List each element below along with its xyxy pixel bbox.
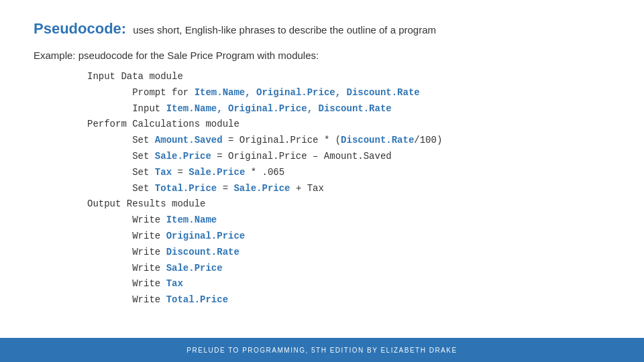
page-container: Pseudocode: uses short, English-like phr… xyxy=(0,0,644,362)
code-line: Write Discount.Rate xyxy=(87,245,610,261)
code-line: Output Results module xyxy=(87,196,610,213)
code-line: Write Tax xyxy=(87,276,610,292)
example-label: Example: pseudocode for the Sale Price P… xyxy=(34,50,610,61)
code-line: Write Item.Name xyxy=(87,213,610,229)
code-line: Prompt for Item.Name, Original.Price, Di… xyxy=(87,85,610,101)
code-line: Input Item.Name, Original.Price, Discoun… xyxy=(87,101,610,117)
code-line: Write Total.Price xyxy=(87,292,610,308)
footer: PRELUDE TO PROGRAMMING, 5TH EDITION BY E… xyxy=(0,338,644,362)
code-line: Set Total.Price = Sale.Price + Tax xyxy=(87,181,610,197)
code-line: Input Data module xyxy=(87,69,610,85)
code-line: Set Sale.Price = Original.Price – Amount… xyxy=(87,149,610,165)
pseudocode-description: uses short, English-like phrases to desc… xyxy=(133,24,436,36)
code-line: Write Sale.Price xyxy=(87,261,610,277)
code-line: Set Amount.Saved = Original.Price * (Dis… xyxy=(87,133,610,149)
footer-text: PRELUDE TO PROGRAMMING, 5TH EDITION BY E… xyxy=(186,347,457,354)
code-line: Write Original.Price xyxy=(87,229,610,245)
pseudocode-title: Pseudocode: xyxy=(34,20,126,38)
code-block: Input Data module Prompt for Item.Name, … xyxy=(34,69,610,308)
code-line: Set Tax = Sale.Price * .065 xyxy=(87,165,610,181)
pseudocode-header: Pseudocode: uses short, English-like phr… xyxy=(34,20,610,38)
code-line: Perform Calculations module xyxy=(87,117,610,133)
